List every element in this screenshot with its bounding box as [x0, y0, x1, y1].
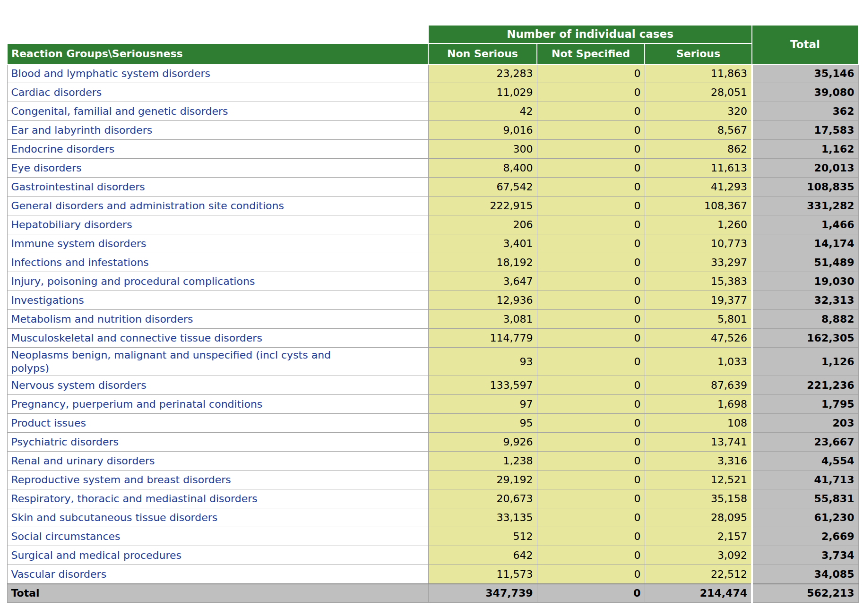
header-spacer — [7, 25, 428, 43]
not-specified-value: 0 — [537, 489, 645, 508]
reaction-group-label[interactable]: Injury, poisoning and procedural complic… — [7, 272, 428, 291]
table-row: Investigations12,936019,37732,313 — [7, 291, 858, 310]
reaction-group-label[interactable]: General disorders and administration sit… — [7, 197, 428, 215]
not-specified-value: 0 — [537, 348, 645, 376]
serious-value: 28,051 — [645, 83, 752, 102]
total-row: Total 347,739 0 214,474 562,213 — [7, 584, 858, 603]
reaction-group-label[interactable]: Ear and labyrinth disorders — [7, 121, 428, 140]
table-row: Gastrointestinal disorders67,542041,2931… — [7, 178, 858, 197]
reaction-group-label[interactable]: Eye disorders — [7, 159, 428, 178]
reaction-group-label[interactable]: Vascular disorders — [7, 565, 428, 584]
reaction-group-label[interactable]: Renal and urinary disorders — [7, 452, 428, 471]
reaction-group-label[interactable]: Skin and subcutaneous tissue disorders — [7, 508, 428, 527]
table-row: Pregnancy, puerperium and perinatal cond… — [7, 395, 858, 414]
reaction-group-label[interactable]: Surgical and medical procedures — [7, 546, 428, 565]
row-total-value: 1,126 — [752, 348, 858, 376]
row-total-value: 108,835 — [752, 178, 858, 197]
reaction-group-label[interactable]: Blood and lymphatic system disorders — [7, 64, 428, 83]
reaction-group-label[interactable]: Infections and infestations — [7, 253, 428, 272]
not-specified-value: 0 — [537, 140, 645, 159]
reaction-groups-seriousness-table: Number of individual cases Total Reactio… — [7, 25, 859, 603]
reaction-group-label[interactable]: Reproductive system and breast disorders — [7, 471, 428, 489]
serious-value: 108,367 — [645, 197, 752, 215]
non-serious-value: 12,936 — [428, 291, 537, 310]
row-total-value: 1,795 — [752, 395, 858, 414]
serious-value: 11,613 — [645, 159, 752, 178]
reaction-group-label[interactable]: Social circumstances — [7, 527, 428, 546]
reaction-group-label[interactable]: Investigations — [7, 291, 428, 310]
table-row: Skin and subcutaneous tissue disorders33… — [7, 508, 858, 527]
table-body: Blood and lymphatic system disorders23,2… — [7, 64, 858, 584]
row-total-value: 61,230 — [752, 508, 858, 527]
reaction-group-label[interactable]: Nervous system disorders — [7, 376, 428, 395]
reaction-group-label[interactable]: Respiratory, thoracic and mediastinal di… — [7, 489, 428, 508]
serious-value: 320 — [645, 102, 752, 121]
not-specified-value: 0 — [537, 121, 645, 140]
non-serious-value: 20,673 — [428, 489, 537, 508]
non-serious-value: 9,016 — [428, 121, 537, 140]
non-serious-value: 3,647 — [428, 272, 537, 291]
not-specified-value: 0 — [537, 291, 645, 310]
reaction-group-label[interactable]: Neoplasms benign, malignant and unspecif… — [7, 348, 428, 376]
serious-value: 87,639 — [645, 376, 752, 395]
row-total-value: 2,669 — [752, 527, 858, 546]
row-total-value: 41,713 — [752, 471, 858, 489]
total-serious-value: 214,474 — [645, 584, 752, 603]
non-serious-value: 1,238 — [428, 452, 537, 471]
reaction-group-label[interactable]: Cardiac disorders — [7, 83, 428, 102]
non-serious-value: 9,926 — [428, 433, 537, 452]
reaction-group-label[interactable]: Pregnancy, puerperium and perinatal cond… — [7, 395, 428, 414]
serious-value: 862 — [645, 140, 752, 159]
reaction-group-label[interactable]: Product issues — [7, 414, 428, 433]
row-total-value: 1,162 — [752, 140, 858, 159]
table-row: Product issues950108203 — [7, 414, 858, 433]
reaction-group-label[interactable]: Congenital, familial and genetic disorde… — [7, 102, 428, 121]
not-specified-value: 0 — [537, 565, 645, 584]
non-serious-value: 300 — [428, 140, 537, 159]
not-specified-value: 0 — [537, 395, 645, 414]
cases-group-header: Number of individual cases — [428, 25, 752, 43]
row-total-value: 17,583 — [752, 121, 858, 140]
table-row: Eye disorders8,400011,61320,013 — [7, 159, 858, 178]
not-specified-value: 0 — [537, 546, 645, 565]
total-column-header: Total — [752, 25, 858, 64]
table-row: Immune system disorders3,401010,77314,17… — [7, 234, 858, 253]
table-footer: Total 347,739 0 214,474 562,213 — [7, 584, 858, 603]
not-specified-value: 0 — [537, 253, 645, 272]
table-row: Hepatobiliary disorders20601,2601,466 — [7, 215, 858, 234]
non-serious-value: 67,542 — [428, 178, 537, 197]
table-row: Renal and urinary disorders1,23803,3164,… — [7, 452, 858, 471]
table-row: Respiratory, thoracic and mediastinal di… — [7, 489, 858, 508]
total-non-serious-value: 347,739 — [428, 584, 537, 603]
not-specified-value: 0 — [537, 83, 645, 102]
table-row: Reproductive system and breast disorders… — [7, 471, 858, 489]
row-total-value: 1,466 — [752, 215, 858, 234]
reaction-group-label[interactable]: Metabolism and nutrition disorders — [7, 310, 428, 329]
row-total-value: 221,236 — [752, 376, 858, 395]
not-specified-value: 0 — [537, 414, 645, 433]
non-serious-value: 3,081 — [428, 310, 537, 329]
non-serious-value: 222,915 — [428, 197, 537, 215]
table-row: Injury, poisoning and procedural complic… — [7, 272, 858, 291]
not-specified-value: 0 — [537, 329, 645, 348]
page: { "colors": { "header_green": "#2e7d32",… — [0, 0, 863, 616]
serious-value: 3,316 — [645, 452, 752, 471]
row-total-value: 8,882 — [752, 310, 858, 329]
table-wrap: Number of individual cases Total Reactio… — [0, 0, 863, 603]
serious-value: 33,297 — [645, 253, 752, 272]
non-serious-value: 18,192 — [428, 253, 537, 272]
row-total-value: 162,305 — [752, 329, 858, 348]
table-row: Psychiatric disorders9,926013,74123,667 — [7, 433, 858, 452]
row-total-value: 331,282 — [752, 197, 858, 215]
serious-value: 19,377 — [645, 291, 752, 310]
row-total-value: 4,554 — [752, 452, 858, 471]
reaction-group-label[interactable]: Hepatobiliary disorders — [7, 215, 428, 234]
reaction-group-label[interactable]: Musculoskeletal and connective tissue di… — [7, 329, 428, 348]
table-row: Surgical and medical procedures64203,092… — [7, 546, 858, 565]
reaction-group-label[interactable]: Gastrointestinal disorders — [7, 178, 428, 197]
reaction-group-label[interactable]: Psychiatric disorders — [7, 433, 428, 452]
reaction-group-label[interactable]: Endocrine disorders — [7, 140, 428, 159]
table-row: Metabolism and nutrition disorders3,0810… — [7, 310, 858, 329]
serious-value: 10,773 — [645, 234, 752, 253]
reaction-group-label[interactable]: Immune system disorders — [7, 234, 428, 253]
